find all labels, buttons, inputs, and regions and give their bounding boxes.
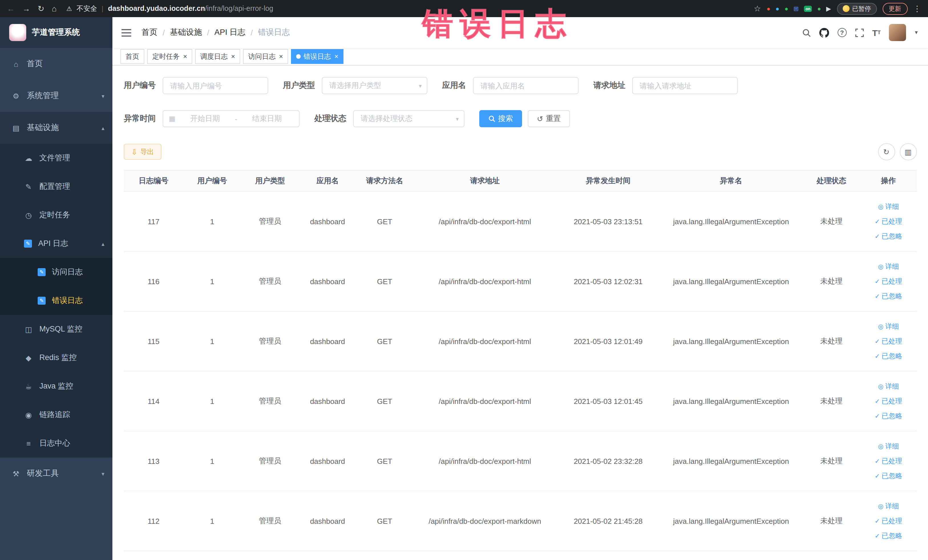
filter-request-url: 请求地址 <box>594 77 738 94</box>
sidebar-item-redis-monitor[interactable]: ◆Redis 监控 <box>0 343 112 372</box>
tab-job-log[interactable]: 调度日志× <box>195 49 240 64</box>
font-size-icon[interactable]: TT <box>872 28 881 37</box>
extension-blue-drop-icon[interactable]: ● <box>776 5 779 12</box>
action-detail[interactable]: ◎详细 <box>863 319 914 334</box>
refresh-table-button[interactable]: ↻ <box>878 143 895 160</box>
cell-user-id: 1 <box>183 191 241 251</box>
sidebar-item-label: Redis 监控 <box>40 352 77 363</box>
sidebar-item-system-management[interactable]: ⚙系统管理▾ <box>0 80 112 112</box>
tab-close-icon[interactable]: × <box>183 52 187 61</box>
action-ignored[interactable]: ✓已忽略 <box>863 468 914 483</box>
sidebar-item-mysql-monitor[interactable]: ◫MySQL 监控 <box>0 315 112 343</box>
sidebar-item-config-management[interactable]: ✎配置管理 <box>0 172 112 201</box>
tab-error-log[interactable]: 错误日志× <box>291 49 343 64</box>
browser-home-icon[interactable]: ⌂ <box>52 5 56 12</box>
tab-close-icon[interactable]: × <box>334 52 338 61</box>
breadcrumb-separator: / <box>251 28 253 37</box>
sidebar-item-label: Java 监控 <box>40 381 73 391</box>
date-range-picker[interactable]: ▦ 开始日期 - 结束日期 <box>163 110 299 127</box>
app-name-input[interactable] <box>473 77 578 94</box>
breadcrumb-item-2[interactable]: 基础设施 <box>170 27 202 38</box>
process-status-placeholder: 请选择处理状态 <box>360 113 412 124</box>
process-status-select[interactable]: 请选择处理状态 ▾ <box>353 110 464 127</box>
action-detail[interactable]: ◎详细 <box>863 439 914 453</box>
tab-access-log[interactable]: 访问日志× <box>243 49 288 64</box>
column-header: 日志编号 <box>124 170 183 191</box>
action-ignored-label: 已忽略 <box>882 468 902 483</box>
tab-home[interactable]: 首页 <box>121 49 144 64</box>
sidebar-item-error-log[interactable]: ✎错误日志 <box>0 287 112 315</box>
logo[interactable]: 芋道管理系统 <box>0 17 112 48</box>
reset-button[interactable]: ↺ 重置 <box>528 110 570 127</box>
search-icon[interactable] <box>802 28 811 37</box>
cell-user-type: 管理员 <box>241 191 299 251</box>
github-icon[interactable] <box>819 27 829 37</box>
action-ignored[interactable]: ✓已忽略 <box>863 289 914 304</box>
action-processed[interactable]: ✓已处理 <box>863 334 914 349</box>
user-avatar[interactable] <box>889 24 906 41</box>
security-label[interactable]: 不安全 <box>76 4 97 14</box>
breadcrumb-item-3[interactable]: API 日志 <box>215 27 246 38</box>
sidebar-item-scheduled-jobs[interactable]: ◷定时任务 <box>0 201 112 229</box>
action-detail[interactable]: ◎详细 <box>863 259 914 274</box>
fullscreen-icon[interactable] <box>855 28 864 37</box>
action-detail[interactable]: ◎详细 <box>863 379 914 394</box>
sidebar-item-log-center[interactable]: ≡日志中心 <box>0 429 112 458</box>
sidebar-item-api-log[interactable]: ✎API 日志▴ <box>0 229 112 258</box>
action-processed[interactable]: ✓已处理 <box>863 214 914 229</box>
avatar-caret-down-icon[interactable]: ▾ <box>915 30 918 35</box>
tab-close-icon[interactable]: × <box>279 52 283 61</box>
sidebar-item-trace[interactable]: ◉链路追踪 <box>0 401 112 429</box>
extension-on-badge-icon[interactable]: on <box>804 5 812 12</box>
action-detail[interactable]: ◎详细 <box>863 499 914 514</box>
user-type-select[interactable]: 请选择用户类型 ▾ <box>322 77 427 94</box>
extension-green-circle-icon[interactable]: ● <box>785 5 788 12</box>
browser-forward-icon[interactable]: → <box>22 5 30 12</box>
export-button[interactable]: ⇩ 导出 <box>124 144 162 160</box>
url-text[interactable]: dashboard.yudao.iocoder.cn/infra/log/api… <box>108 5 273 12</box>
extension-leaf-icon[interactable]: ● <box>817 5 821 12</box>
action-processed[interactable]: ✓已处理 <box>863 453 914 468</box>
help-icon[interactable]: ? <box>838 28 847 37</box>
sidebar-item-infrastructure[interactable]: ▤基础设施▴ <box>0 112 112 144</box>
action-processed[interactable]: ✓已处理 <box>863 514 914 528</box>
sidebar-item-java-monitor[interactable]: ☕Java 监控 <box>0 372 112 401</box>
tab-scheduled-jobs[interactable]: 定时任务× <box>147 49 192 64</box>
column-header: 用户类型 <box>241 170 299 191</box>
action-ignored[interactable]: ✓已忽略 <box>863 409 914 423</box>
action-ignored-label: 已忽略 <box>882 409 902 423</box>
cell-app-name: dashboard <box>299 251 356 311</box>
tab-close-icon[interactable]: × <box>231 52 235 61</box>
column-header: 请求方法名 <box>356 170 413 191</box>
column-settings-button[interactable]: ▥ <box>899 143 917 160</box>
action-processed[interactable]: ✓已处理 <box>863 394 914 409</box>
logo-title: 芋道管理系统 <box>32 27 80 38</box>
action-detail[interactable]: ◎详细 <box>863 199 914 214</box>
hamburger-icon[interactable] <box>122 28 131 37</box>
address-bar[interactable]: ⚠ 不安全 | dashboard.yudao.iocoder.cn/infra… <box>66 4 746 14</box>
sidebar-item-file-management[interactable]: ☁文件管理 <box>0 144 112 172</box>
extension-pointer-icon[interactable]: ▶ <box>826 5 831 12</box>
extension-blue-grid-icon[interactable]: ⊞ <box>793 5 798 12</box>
sidebar-item-access-log[interactable]: ✎访问日志 <box>0 258 112 287</box>
action-ignored[interactable]: ✓已忽略 <box>863 349 914 363</box>
search-button[interactable]: 搜索 <box>479 110 522 127</box>
browser-reload-icon[interactable]: ↻ <box>38 5 44 12</box>
browser-back-icon[interactable]: ← <box>7 5 15 12</box>
browser-menu-icon[interactable]: ⋮ <box>913 5 921 12</box>
extension-red-circle-icon[interactable]: ● <box>766 5 770 12</box>
action-ignored[interactable]: ✓已忽略 <box>863 528 914 543</box>
bookmark-star-icon[interactable]: ☆ <box>754 5 761 12</box>
tab-active-dot <box>296 54 301 59</box>
sidebar-item-label: 配置管理 <box>40 182 70 192</box>
sidebar-item-home[interactable]: ⌂首页 <box>0 48 112 80</box>
action-ignored[interactable]: ✓已忽略 <box>863 229 914 244</box>
sidebar-item-dev-tools[interactable]: ⚒研发工具▾ <box>0 458 112 490</box>
update-button[interactable]: 更新 <box>882 3 907 15</box>
breadcrumb-item-1[interactable]: 首页 <box>142 27 157 38</box>
request-url-input[interactable] <box>632 77 738 94</box>
action-processed[interactable]: ✓已处理 <box>863 274 914 289</box>
infra-icon: ▤ <box>11 124 21 131</box>
paused-badge[interactable]: 已暂停 <box>837 3 877 15</box>
user-id-input[interactable] <box>163 77 268 94</box>
